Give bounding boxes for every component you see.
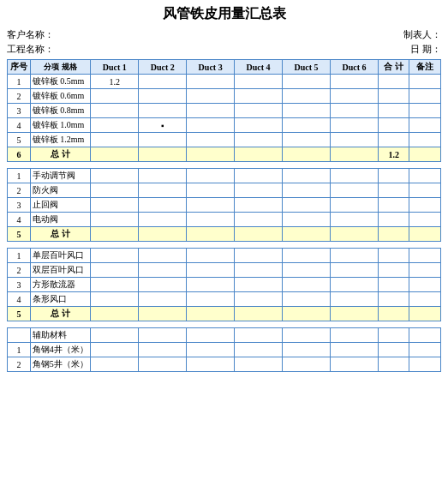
cell-no: 1 bbox=[8, 249, 31, 263]
cell-d6 bbox=[330, 89, 378, 104]
total-cell-d3 bbox=[187, 307, 235, 321]
cell-d6 bbox=[330, 292, 378, 307]
cell-d1 bbox=[91, 263, 139, 278]
cell-cat: 双层百叶风口 bbox=[30, 263, 91, 278]
cell-d1: 1.2 bbox=[91, 75, 139, 89]
cell-note bbox=[409, 118, 441, 133]
cell-d3 bbox=[187, 198, 235, 213]
cell-d3 bbox=[187, 292, 235, 307]
cell-d2 bbox=[139, 263, 187, 278]
cell-note bbox=[409, 198, 441, 213]
page-title: 风管铁皮用量汇总表 bbox=[7, 5, 441, 23]
cell-d3 bbox=[187, 328, 235, 343]
total-cell-no: 5 bbox=[8, 227, 31, 242]
cell-d3 bbox=[187, 278, 235, 292]
cell-d2 bbox=[139, 357, 187, 372]
client-label: 客户名称： bbox=[7, 28, 54, 41]
cell-no: 2 bbox=[8, 183, 31, 198]
page-container: 风管铁皮用量汇总表 客户名称： 制表人： 工程名称： 日 期： 序号 分项 规格… bbox=[0, 0, 448, 375]
total-cell-d5 bbox=[283, 307, 331, 321]
cell-d1 bbox=[91, 292, 139, 307]
cell-no bbox=[8, 328, 31, 343]
cell-cat: 止回阀 bbox=[30, 198, 91, 213]
cell-no: 4 bbox=[8, 292, 31, 307]
cell-d4 bbox=[235, 198, 283, 213]
table-row: 3止回阀 bbox=[8, 198, 441, 213]
cell-d1 bbox=[91, 328, 139, 343]
cell-d3 bbox=[187, 169, 235, 183]
cell-d5 bbox=[283, 292, 331, 307]
maker-label: 制表人： bbox=[403, 28, 441, 41]
total-cell-label: 总 计 bbox=[30, 147, 91, 162]
cell-note bbox=[409, 89, 441, 104]
cell-cat: 镀锌板 0.8mm bbox=[30, 104, 91, 118]
cell-d5 bbox=[283, 89, 331, 104]
cell-note bbox=[409, 328, 441, 343]
col-header-no: 序号 bbox=[8, 60, 31, 75]
cell-no: 4 bbox=[8, 213, 31, 227]
cell-d4 bbox=[235, 169, 283, 183]
table-row: 3镀锌板 0.8mm bbox=[8, 104, 441, 118]
cell-no: 1 bbox=[8, 75, 31, 89]
cell-cat: 镀锌板 1.2mm bbox=[30, 133, 91, 147]
col-header-duct3: Duct 3 bbox=[187, 60, 235, 75]
cell-d6 bbox=[330, 328, 378, 343]
cell-cat: 镀锌板 1.0mm bbox=[30, 118, 91, 133]
header-row-2: 工程名称： 日 期： bbox=[7, 43, 441, 56]
table-row: 2防火阀 bbox=[8, 183, 441, 198]
cell-d5 bbox=[283, 328, 331, 343]
cell-d6 bbox=[330, 278, 378, 292]
total-cell-d5 bbox=[283, 227, 331, 242]
cell-d1 bbox=[91, 133, 139, 147]
table-row: 4条形风口 bbox=[8, 292, 441, 307]
cell-d3 bbox=[187, 89, 235, 104]
cell-d5 bbox=[283, 213, 331, 227]
total-cell-label: 总 计 bbox=[30, 227, 91, 242]
cell-d5 bbox=[283, 169, 331, 183]
cell-d1 bbox=[91, 357, 139, 372]
cell-d4 bbox=[235, 263, 283, 278]
cell-note bbox=[409, 278, 441, 292]
table-row: 4电动阀 bbox=[8, 213, 441, 227]
cell-note bbox=[409, 213, 441, 227]
cell-d4 bbox=[235, 133, 283, 147]
cell-d1 bbox=[91, 343, 139, 357]
cell-d3 bbox=[187, 343, 235, 357]
total-cell-d1 bbox=[91, 227, 139, 242]
cell-d2 bbox=[139, 249, 187, 263]
cell-no: 1 bbox=[8, 343, 31, 357]
cell-d4 bbox=[235, 75, 283, 89]
total-cell-d6 bbox=[330, 307, 378, 321]
cell-d5 bbox=[283, 104, 331, 118]
total-cell-no: 5 bbox=[8, 307, 31, 321]
col-header-cat: 分项 规格 bbox=[30, 60, 91, 75]
cell-d2: ▪ bbox=[139, 118, 187, 133]
cell-d6 bbox=[330, 263, 378, 278]
cell-d4 bbox=[235, 278, 283, 292]
cell-d4 bbox=[235, 104, 283, 118]
total-cell-note bbox=[409, 147, 441, 162]
cell-d4 bbox=[235, 213, 283, 227]
cell-cat: 镀锌板 0.6mm bbox=[30, 89, 91, 104]
cell-sum bbox=[378, 169, 409, 183]
total-row: 5总 计 bbox=[8, 307, 441, 321]
cell-cat: 镀锌板 0.5mm bbox=[30, 75, 91, 89]
table-row: 4镀锌板 1.0mm▪ bbox=[8, 118, 441, 133]
table-row: 1角钢4井（米） bbox=[8, 343, 441, 357]
cell-d2 bbox=[139, 183, 187, 198]
cell-sum bbox=[378, 133, 409, 147]
header-row-1: 客户名称： 制表人： bbox=[7, 28, 441, 41]
cell-d6 bbox=[330, 118, 378, 133]
cell-no: 2 bbox=[8, 357, 31, 372]
cell-sum bbox=[378, 89, 409, 104]
cell-d1 bbox=[91, 183, 139, 198]
total-cell-note bbox=[409, 307, 441, 321]
cell-d6 bbox=[330, 198, 378, 213]
cell-d1 bbox=[91, 278, 139, 292]
cell-note bbox=[409, 169, 441, 183]
cell-note bbox=[409, 292, 441, 307]
cell-d2 bbox=[139, 169, 187, 183]
total-cell-d4 bbox=[235, 147, 283, 162]
cell-sum bbox=[378, 278, 409, 292]
cell-d6 bbox=[330, 249, 378, 263]
